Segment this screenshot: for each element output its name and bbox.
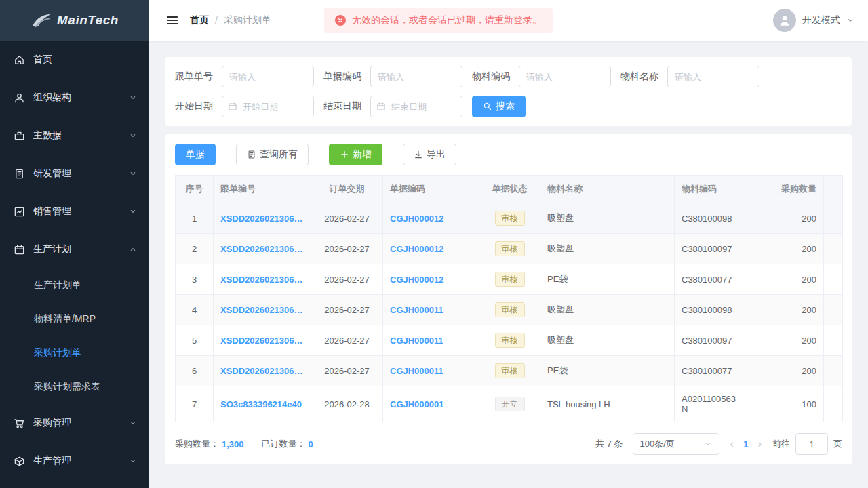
status-badge: 审核 (495, 363, 525, 378)
cell-qty: 200 (749, 264, 824, 295)
table-row[interactable]: 7SO3c833396214e402026-02-28CGJH000001开立T… (176, 386, 843, 422)
cell-doc-no: CGJH000001 (383, 386, 479, 422)
sidebar-subitem-purchase-plan-demand[interactable]: 采购计划需求表 (0, 370, 149, 404)
cell-material-code: C380100097 (675, 234, 749, 264)
calendar-icon (14, 244, 25, 256)
start-date-input[interactable] (222, 96, 314, 117)
home-icon (14, 54, 25, 66)
sidebar-menu: 首页 组织架构 主数据 研发管理 销售管理 (0, 41, 149, 480)
order-no-link[interactable]: XSDD2026021306… (220, 336, 302, 346)
next-page-button[interactable]: › (757, 439, 763, 449)
cell-delivery-date: 2026-02-27 (311, 356, 383, 386)
page-content: 跟单单号 单据编码 物料编码 物料名称 (149, 41, 868, 488)
doc-no-link[interactable]: CGJH000011 (390, 305, 443, 315)
current-page[interactable]: 1 (743, 439, 749, 449)
cell-status: 审核 (479, 234, 540, 264)
sidebar-item-master-data[interactable]: 主数据 (0, 117, 149, 155)
status-badge: 开立 (495, 396, 525, 411)
table-row[interactable]: 5XSDD2026021306…2026-02-27CGJH000011审核吸塑… (176, 325, 843, 356)
doc-button[interactable]: 单据 (175, 144, 216, 165)
order-no-input[interactable] (222, 66, 314, 87)
cell-order-no: XSDD2026021306… (214, 295, 311, 325)
sidebar-subitem-bom-mrp[interactable]: 物料清单/MRP (0, 302, 149, 336)
doc-no-link[interactable]: CGJH000011 (390, 336, 443, 346)
order-no-link[interactable]: XSDD2026021306… (220, 244, 302, 254)
table-row[interactable]: 2XSDD2026021306…2026-02-27CGJH000012审核吸塑… (176, 234, 843, 264)
table-footer: 采购数量： 1,300 已订数量： 0 共 7 条 100条/页 ‹ 1 (175, 433, 842, 455)
sidebar-item-procurement-management[interactable]: 采购管理 (0, 404, 149, 442)
page-size-select[interactable]: 100条/页 (633, 433, 719, 455)
chevron-down-icon (129, 207, 137, 216)
table-row[interactable]: 1XSDD2026021306…2026-02-27CGJH000012审核吸塑… (176, 203, 843, 234)
cart-icon (14, 418, 25, 429)
total-count: 共 7 条 (595, 438, 623, 450)
end-date-input[interactable] (370, 96, 462, 117)
sidebar-item-sales-management[interactable]: 销售管理 (0, 192, 149, 230)
cell-extra (824, 203, 843, 234)
filter-material-code: 物料编码 (472, 66, 611, 87)
cell-doc-no: CGJH000012 (383, 264, 479, 295)
cell-order-no: XSDD2026021306… (214, 325, 311, 356)
doc-no-link[interactable]: CGJH000012 (390, 274, 444, 285)
avatar (773, 9, 796, 32)
doc-no-link[interactable]: CGJH000012 (390, 214, 444, 224)
table-row[interactable]: 3XSDD2026021306…2026-02-27CGJH000012审核PE… (176, 264, 843, 295)
column-header: 单据状态 (479, 176, 540, 203)
cell-material-name: PE袋 (540, 356, 675, 386)
order-no-link[interactable]: SO3c833396214e40 (220, 399, 302, 409)
add-button[interactable]: 新增 (329, 144, 382, 165)
status-badge: 审核 (495, 302, 525, 317)
doc-no-link[interactable]: CGJH000001 (390, 399, 444, 409)
order-no-link[interactable]: XSDD2026021306… (220, 305, 302, 315)
material-code-input[interactable] (519, 66, 611, 87)
sidebar-subitem-production-plan-order[interactable]: 生产计划单 (0, 268, 149, 302)
alert-message: 无效的会话，或者会话已过期，请重新登录。 (352, 14, 542, 26)
document-icon (14, 168, 25, 180)
user-icon (14, 92, 25, 104)
sidebar-item-label: 主数据 (33, 129, 121, 142)
table-row[interactable]: 6XSDD2026021306…2026-02-27CGJH000011审核PE… (176, 356, 843, 386)
sidebar-subitem-purchase-plan[interactable]: 采购计划单 (0, 336, 149, 370)
sidebar-item-home[interactable]: 首页 (0, 41, 149, 79)
column-header: 物料名称 (540, 176, 675, 203)
cell-seq: 5 (176, 325, 214, 356)
sidebar-item-rnd-management[interactable]: 研发管理 (0, 155, 149, 192)
goto-page-input[interactable] (795, 433, 828, 455)
cell-order-no: XSDD2026021306… (214, 234, 311, 264)
query-all-button[interactable]: 查询所有 (236, 144, 309, 165)
table-panel: 单据 查询所有 新增 导出 (165, 134, 852, 464)
cell-delivery-date: 2026-02-27 (311, 325, 383, 356)
search-button[interactable]: 搜索 (472, 96, 526, 117)
order-no-link[interactable]: XSDD2026021306… (220, 366, 302, 376)
doc-code-input[interactable] (370, 66, 462, 87)
filter-label: 单据编码 (323, 70, 361, 83)
order-no-link[interactable]: XSDD2026021306… (220, 214, 302, 224)
user-menu[interactable]: 开发模式 (773, 9, 854, 32)
sidebar-item-label: 销售管理 (33, 205, 121, 218)
cell-doc-no: CGJH000011 (383, 356, 479, 386)
order-no-link[interactable]: XSDD2026021306… (220, 274, 302, 285)
cell-status: 开立 (479, 386, 540, 422)
sidebar-item-organization[interactable]: 组织架构 (0, 79, 149, 117)
prev-page-button[interactable]: ‹ (729, 439, 735, 449)
cell-material-code: C380100077 (675, 356, 749, 386)
purchase-qty-value: 1,300 (222, 439, 244, 449)
column-header: 单据编码 (383, 176, 479, 203)
doc-no-link[interactable]: CGJH000012 (390, 244, 444, 254)
material-name-input[interactable] (667, 66, 760, 87)
error-circle-icon (335, 15, 346, 26)
cell-status: 审核 (479, 325, 540, 356)
status-badge: 审核 (495, 211, 525, 226)
goto-page: 前往 页 (772, 433, 842, 455)
breadcrumb-home[interactable]: 首页 (190, 14, 209, 26)
sidebar-item-production-plan[interactable]: 生产计划 (0, 230, 149, 268)
sidebar-item-production-management[interactable]: 生产管理 (0, 442, 149, 480)
purchase-plan-table: 序号跟单编号订单交期单据编码单据状态物料名称物料编码采购数量 1XSDD2026… (175, 175, 843, 422)
table-row[interactable]: 4XSDD2026021306…2026-02-27CGJH000011审核吸塑… (176, 295, 843, 325)
breadcrumb-separator: / (215, 15, 218, 26)
page-size-value: 100条/页 (640, 438, 675, 450)
doc-no-link[interactable]: CGJH000011 (390, 366, 443, 376)
hamburger-menu-icon[interactable] (165, 14, 179, 27)
export-button[interactable]: 导出 (403, 144, 456, 165)
cell-status: 审核 (479, 203, 540, 234)
